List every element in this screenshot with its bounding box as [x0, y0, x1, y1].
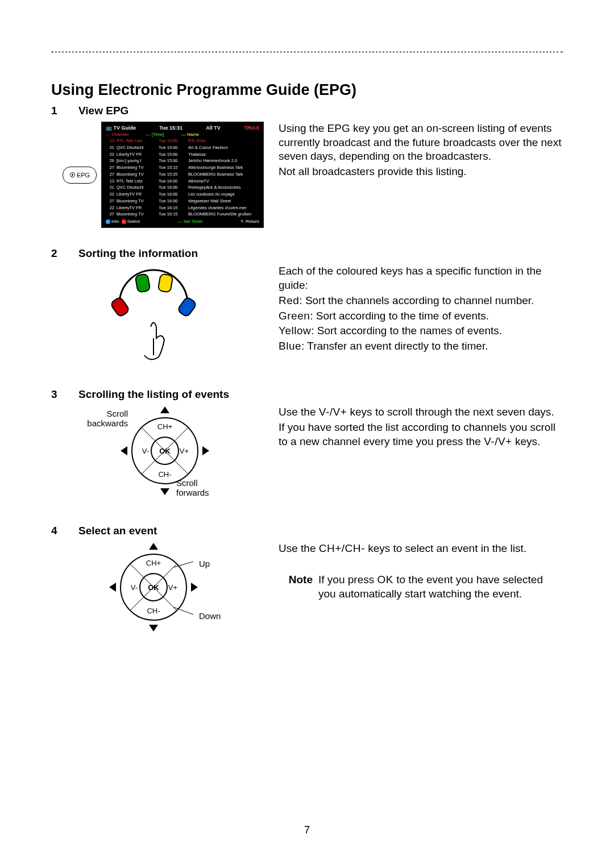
svg-marker-17 — [149, 625, 158, 632]
section-3-body: Scroll backwards Scroll forwards CH+ CH-… — [51, 405, 563, 508]
epg-row: 21QVC DeutschlTue 15:00Art & Colour Fash… — [106, 144, 259, 151]
svg-rect-3 — [177, 297, 197, 318]
ch-minus-label2: CH- — [147, 607, 160, 615]
epg-row: 13RTL Tele LetzTue 15:00RTL Kids — [106, 138, 259, 144]
svg-marker-10 — [121, 446, 127, 455]
epg-row: 22LibertyTV FRTue 16:15Légendes vivantes… — [106, 205, 259, 211]
svg-marker-8 — [160, 406, 169, 413]
note-text: If you press OK to the event you have se… — [318, 573, 563, 601]
nav-pad-select-icon: Up Down CH+ CH- V- V+ O — [85, 542, 216, 638]
section-title: Scrolling the listing of events — [78, 388, 229, 401]
v-plus-label: V+ — [180, 447, 189, 455]
section-title: Sorting the information — [78, 247, 198, 260]
svg-rect-0 — [110, 297, 130, 318]
epg-title: TV Guide — [114, 125, 136, 131]
page-heading: Using Electronic Programme Guide (EPG) — [51, 81, 563, 99]
note-label: Note — [279, 573, 313, 602]
note-row: Note If you press OK to the event you ha… — [279, 573, 563, 602]
section-title: Select an event — [78, 525, 157, 537]
epg-row: 22LibertyTV FRTue 16:00Les coulisses du … — [106, 191, 259, 198]
svg-marker-19 — [191, 583, 198, 592]
s2-yellow: Yellow: Sort according to the names of e… — [279, 324, 563, 338]
s3-p1: Use the V-/V+ keys to scroll through the… — [279, 405, 563, 420]
svg-marker-11 — [202, 446, 209, 455]
epg-button-icon: ⦿EPG — [63, 167, 97, 184]
section-title: View EPG — [78, 105, 128, 117]
legend-channel: Channel — [111, 132, 128, 137]
foot-select: Select — [127, 219, 140, 224]
section-number: 4 — [51, 525, 78, 537]
svg-rect-1 — [135, 274, 151, 293]
svg-line-20 — [173, 562, 193, 567]
epg-screen-mock: 📺 TV Guide Tue 15:31 All TV TRIAX — Chan… — [101, 122, 264, 228]
epg-row: 27Bloomberg TVTue 15:25BLOOMBERG Busines… — [106, 171, 259, 178]
foot-return: Return — [246, 219, 259, 224]
section-1-body: ⦿EPG 📺 TV Guide Tue 15:31 All TV TRIAX —… — [51, 122, 563, 228]
legend-time: [Time] — [152, 132, 164, 137]
epg-row: 27Bloomberg TVTue 16:00Wegweiser Wall St… — [106, 198, 259, 205]
v-minus-label: V- — [142, 447, 149, 455]
svg-rect-2 — [158, 274, 173, 293]
label-down: Down — [199, 611, 221, 621]
section-number: 2 — [51, 247, 78, 260]
section-3-header: 3 Scrolling the listing of events — [51, 388, 563, 401]
s2-red: Red: Sort the channels according to chan… — [279, 294, 563, 308]
svg-marker-16 — [149, 543, 158, 550]
page-number: 7 — [0, 824, 614, 836]
colored-keys-icon — [97, 264, 210, 363]
s1-p1: Using the EPG key you get an on-screen l… — [279, 122, 563, 164]
s3-p2: If you have sorted the list according to… — [279, 421, 563, 448]
svg-marker-18 — [109, 583, 116, 592]
s2-intro: Each of the coloured keys has a specific… — [279, 264, 563, 292]
foot-info: Info — [111, 219, 119, 224]
epg-row: 26[bru:] young tTue 15:00Jericho Hammerb… — [106, 157, 259, 164]
ch-minus-label: CH- — [158, 470, 171, 479]
nav-pad-scroll-icon: Scroll backwards Scroll forwards CH+ CH-… — [85, 405, 216, 508]
section-2-body: Each of the coloured keys has a specific… — [51, 264, 563, 363]
s2-blue: Blue: Transfer an event directly to the … — [279, 339, 563, 354]
epg-filter: All TV — [206, 125, 221, 132]
epg-button-label: EPG — [77, 172, 90, 178]
epg-row: 21QVC DeutschlTue 16:00Reisegepäck & Acc… — [106, 184, 259, 191]
legend-name: Name — [187, 132, 199, 137]
section-number: 1 — [51, 105, 78, 117]
svg-marker-9 — [160, 488, 169, 495]
section-4-header: 4 Select an event — [51, 525, 563, 537]
section-number: 3 — [51, 388, 78, 401]
epg-row: 22LibertyTV FRTue 15:00Thalassa — [106, 151, 259, 158]
epg-row: 13RTL Tele LetzTue 16:00AtHomeTV — [106, 178, 259, 185]
epg-brand: TRIAX — [244, 125, 259, 132]
label-up: Up — [199, 559, 210, 568]
page: Using Electronic Programme Guide (EPG) 1… — [0, 0, 614, 868]
v-plus-label2: V+ — [168, 583, 177, 592]
epg-row: 27Bloomberg TVTue 15:15Altersvorsorge Bu… — [106, 164, 259, 171]
ok-label: OK — [159, 447, 171, 455]
s2-green: Green: Sort according to the time of eve… — [279, 309, 563, 323]
divider — [51, 51, 563, 53]
ok-label2: OK — [148, 583, 159, 592]
section-2-header: 2 Sorting the information — [51, 247, 563, 260]
section-1-header: 1 View EPG — [51, 105, 563, 117]
epg-table: 13RTL Tele LetzTue 15:00RTL Kids21QVC De… — [106, 138, 259, 218]
foot-timer: Set Timer — [183, 219, 202, 224]
section-4-body: Up Down CH+ CH- V- V+ O — [51, 542, 563, 638]
s1-p2: Not all broadcasters provide this listin… — [279, 165, 563, 179]
epg-time: Tue 15:31 — [159, 125, 182, 132]
s4-p1: Use the CH+/CH- keys to select an event … — [279, 542, 563, 556]
v-minus-label2: V- — [131, 583, 138, 592]
epg-row: 27Bloomberg TVTue 16:15BLOOMBERG Forum/D… — [106, 211, 259, 218]
ch-plus-label: CH+ — [157, 422, 172, 431]
ch-plus-label2: CH+ — [146, 559, 161, 567]
